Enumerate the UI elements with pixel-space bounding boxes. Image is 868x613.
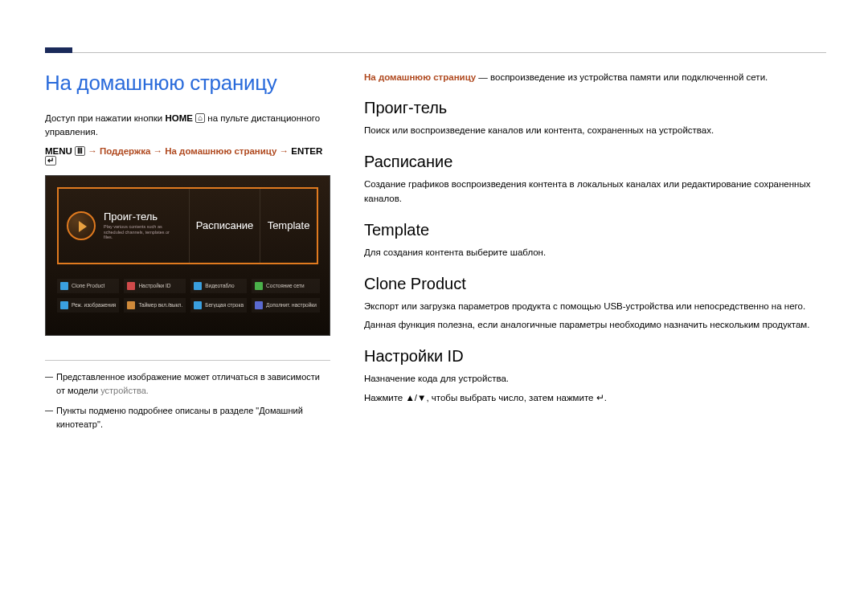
arrow-icon: → — [88, 146, 100, 156]
enter-keyword: ENTER — [291, 146, 322, 156]
mock-cell-icon — [194, 282, 202, 290]
mock-cell-label: Реж. изображения — [72, 302, 116, 308]
mock-cell: Таймер вкл./выкл. — [124, 298, 186, 313]
mock-cell: Clone Product — [57, 279, 119, 293]
arrow-icon: → — [280, 146, 292, 156]
mock-schedule-label: Расписание — [196, 219, 254, 231]
lead-accent: На домашнюю страницу — [364, 72, 476, 82]
left-column: На домашнюю страницу Доступ при нажатии … — [45, 71, 330, 438]
mock-bottom-grid: Clone ProductНастройки IDВидеотаблоСосто… — [57, 279, 318, 313]
mock-template-tile: Template — [260, 189, 317, 263]
footnote-1-line2: устройства. — [100, 386, 149, 395]
section-heading: Template — [364, 221, 826, 239]
page-title: На домашнюю страницу — [45, 71, 330, 96]
access-instruction: Доступ при нажатии кнопки HOME на пульте… — [45, 112, 330, 140]
right-column: На домашнюю страницу — воспроизведение и… — [364, 71, 826, 438]
mock-cell-icon — [127, 301, 135, 309]
mock-cell: Настройки ID — [124, 279, 186, 293]
menu-seg-support: Поддержка — [100, 146, 150, 156]
mock-cell: Реж. изображения — [57, 298, 119, 313]
enter-icon — [45, 156, 56, 166]
mock-cell-label: Состояние сети — [266, 283, 305, 288]
lead-rest: — воспроизведение из устройства памяти и… — [476, 72, 768, 82]
mock-cell-icon — [255, 282, 263, 290]
menu-seg-home: На домашнюю страницу — [165, 146, 276, 156]
section-heading: Настройки ID — [364, 347, 826, 366]
arrow-icon: → — [154, 146, 166, 156]
section-paragraph: Нажмите ▲/▼, чтобы выбрать число, затем … — [364, 391, 826, 406]
section-heading: Проиг-тель — [364, 99, 826, 117]
home-keyword: HOME — [165, 113, 193, 123]
mock-cell-icon — [127, 282, 135, 290]
mock-player-subtitle: Play various contents such as scheduled … — [104, 224, 179, 241]
mock-template-label: Template — [268, 219, 310, 231]
mock-cell-label: Настройки ID — [138, 283, 170, 288]
mock-player-title: Проиг-тель — [104, 210, 179, 223]
mock-cell: Бегущая строка — [190, 298, 247, 313]
footnote-2: Пункты подменю подробнее описаны в разде… — [45, 404, 330, 431]
home-icon — [195, 113, 205, 123]
mock-player-tile: Проиг-тель Play various contents such as… — [59, 189, 190, 263]
mock-cell: Видеотабло — [190, 279, 247, 293]
section-paragraph: Назначение кода для устройства. — [364, 372, 826, 386]
section-paragraph: Экспорт или загрузка параметров продукта… — [364, 300, 826, 314]
mock-cell-label: Дополнит. настройки — [266, 302, 317, 308]
chapter-topbar — [45, 32, 826, 53]
footnote-1: Представленное изображение может отличат… — [45, 370, 330, 398]
section-paragraph: Данная функция полезна, если аналогичные… — [364, 318, 826, 333]
mock-top-row: Проиг-тель Play various contents such as… — [57, 187, 318, 264]
footnote-1-line1: Представленное изображение может отличат… — [56, 372, 320, 395]
menu-keyword: MENU — [45, 146, 72, 156]
footnote-2-text: Пункты подменю подробнее описаны в разде… — [56, 406, 303, 429]
mock-schedule-tile: Расписание — [190, 189, 260, 263]
mock-cell-icon — [60, 282, 68, 290]
intro-text-pre: Доступ при нажатии кнопки — [45, 113, 165, 123]
lead-paragraph: На домашнюю страницу — воспроизведение и… — [364, 71, 826, 84]
section-paragraph: Для создания контента выберите шаблон. — [364, 246, 826, 260]
screenshot-mock: Проиг-тель Play various contents such as… — [45, 175, 330, 336]
mock-cell: Состояние сети — [252, 279, 320, 293]
mock-cell-icon — [194, 301, 202, 309]
left-divider — [45, 360, 330, 361]
mock-cell: Дополнит. настройки — [252, 298, 320, 313]
mock-cell-icon — [60, 301, 68, 309]
menu-path: MENU → Поддержка → На домашнюю страницу … — [45, 146, 330, 166]
section-heading: Clone Product — [364, 275, 826, 293]
mock-cell-label: Видеотабло — [205, 283, 234, 288]
mock-cell-icon — [255, 301, 263, 309]
section-paragraph: Поиск или воспроизведение каналов или ко… — [364, 124, 826, 138]
mock-cell-label: Таймер вкл./выкл. — [138, 302, 182, 308]
play-icon — [67, 211, 96, 240]
section-paragraph: Создание графиков воспроизведения контен… — [364, 178, 826, 206]
section-heading: Расписание — [364, 153, 826, 171]
two-column-layout: На домашнюю страницу Доступ при нажатии … — [45, 71, 826, 438]
menu-icon — [75, 146, 85, 156]
mock-cell-label: Clone Product — [72, 283, 104, 288]
mock-cell-label: Бегущая строка — [205, 302, 244, 308]
